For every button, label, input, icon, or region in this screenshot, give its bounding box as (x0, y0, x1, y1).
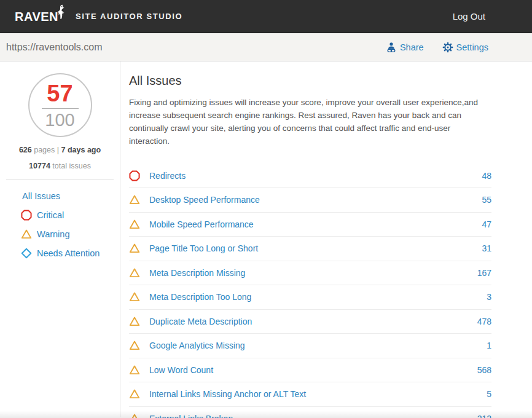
issue-count: 212 (477, 414, 491, 418)
issue-label: Meta Description Too Long (149, 292, 487, 302)
warning-triangle-icon (129, 219, 140, 230)
site-score-gauge: 57 100 (28, 73, 92, 137)
page-title: All Issues (129, 74, 491, 88)
pages-count: 626 (19, 146, 32, 154)
issue-count: 1 (487, 341, 491, 350)
app-header: RAVEN SITE AUDITOR STUDIO Log Out (0, 0, 532, 33)
issue-row[interactable]: Meta Description Too Long 3 (129, 285, 491, 310)
stats-separator: | (57, 146, 59, 154)
score-max: 100 (45, 111, 74, 129)
issue-count: 47 (482, 219, 491, 229)
issue-row[interactable]: Low Word Count 568 (129, 358, 491, 383)
issue-row[interactable]: Google Analytics Missing 1 (129, 334, 491, 358)
severity-filter-list: All Issues Critical Warning Needs Attent… (0, 180, 120, 262)
warning-triangle-icon (129, 340, 140, 351)
raven-bird-icon (55, 4, 67, 22)
issue-row[interactable]: Duplicate Meta Description 478 (129, 310, 491, 334)
issue-count: 48 (482, 171, 491, 181)
issue-label: Google Analytics Missing (149, 341, 487, 350)
warning-triangle-icon (129, 243, 140, 254)
issue-label: Redirects (149, 171, 482, 181)
warning-triangle-icon (129, 413, 140, 418)
site-url: https://raventools.com (6, 42, 386, 53)
issue-row[interactable]: Internal Links Missing Anchor or ALT Tex… (129, 382, 491, 407)
filter-label: Critical (37, 210, 64, 220)
total-issues-label: total issues (52, 162, 91, 170)
needs-attention-diamond-icon (21, 248, 32, 259)
issue-row[interactable]: Page Title Too Long or Short 31 (129, 237, 491, 261)
url-bar: https://raventools.com Share (0, 33, 532, 61)
filter-label: All Issues (22, 191, 60, 201)
issue-label: Duplicate Meta Description (149, 317, 477, 326)
issues-list: Redirects 48 Desktop Speed Performance 5… (129, 164, 491, 418)
brand-text: RAVEN (15, 10, 58, 23)
issue-label: Mobile Speed Performance (149, 219, 482, 229)
critical-octagon-icon (129, 170, 140, 181)
warning-triangle-icon (129, 365, 140, 376)
issue-count: 55 (482, 195, 491, 205)
warning-triangle-icon (129, 194, 140, 205)
warning-triangle-icon (21, 229, 32, 240)
crawl-stats: 626 pages | 7 days ago (0, 146, 120, 154)
page-description: Fixing and optimizing issues will increa… (129, 97, 490, 148)
issue-count: 5 (487, 389, 491, 399)
issue-row[interactable]: Desktop Speed Performance 55 (129, 188, 491, 213)
issue-label: Page Title Too Long or Short (149, 243, 482, 253)
main-panel: All Issues Fixing and optimizing issues … (120, 61, 532, 417)
pages-label: pages (34, 146, 55, 154)
issue-count: 568 (477, 365, 491, 375)
share-button[interactable]: Share (386, 42, 424, 53)
toolbar-actions: Share (386, 42, 488, 53)
issue-row[interactable]: Meta Description Missing 167 (129, 261, 491, 286)
raven-logo[interactable]: RAVEN (15, 10, 62, 23)
total-issues-stats: 10774 total issues (0, 162, 120, 170)
sidebar-filter-critical[interactable]: Critical (0, 205, 120, 224)
crawl-age: 7 days ago (61, 146, 101, 154)
issue-count: 478 (477, 317, 491, 326)
sidebar-filter-warning[interactable]: Warning (0, 224, 120, 243)
log-out-button[interactable]: Log Out (453, 11, 485, 22)
warning-triangle-icon (129, 267, 140, 278)
sidebar-filter-all-issues[interactable]: All Issues (0, 186, 120, 205)
filter-label: Warning (37, 229, 69, 239)
sidebar: 57 100 626 pages | 7 days ago 10774 tota… (0, 61, 120, 417)
content: 57 100 626 pages | 7 days ago 10774 tota… (0, 61, 532, 417)
issue-row[interactable]: External Links Broken 212 (129, 407, 491, 418)
share-label: Share (400, 42, 424, 52)
issue-label: Internal Links Missing Anchor or ALT Tex… (149, 389, 487, 399)
sidebar-filter-needs-attention[interactable]: Needs Attention (0, 243, 120, 262)
total-issues-count: 10774 (29, 162, 50, 170)
warning-triangle-icon (129, 291, 140, 302)
issue-label: Low Word Count (149, 365, 477, 375)
issue-label: Desktop Speed Performance (149, 195, 482, 205)
issue-row[interactable]: Redirects 48 (129, 164, 491, 189)
issue-count: 3 (487, 292, 491, 302)
issue-label: External Links Broken (149, 414, 477, 418)
app-title: SITE AUDITOR STUDIO (76, 12, 453, 21)
warning-triangle-icon (129, 388, 140, 400)
issue-count: 31 (482, 243, 491, 253)
critical-octagon-icon (21, 210, 32, 221)
warning-triangle-icon (129, 316, 140, 327)
settings-label: Settings (456, 42, 488, 52)
filter-label: Needs Attention (37, 248, 100, 258)
gear-icon (442, 42, 453, 53)
share-user-link-icon (386, 42, 397, 53)
issue-count: 167 (477, 268, 491, 278)
score-value: 57 (47, 82, 72, 105)
settings-button[interactable]: Settings (442, 42, 488, 53)
issue-row[interactable]: Mobile Speed Performance 47 (129, 213, 491, 237)
issue-label: Meta Description Missing (149, 268, 477, 278)
score-divider (42, 108, 79, 109)
